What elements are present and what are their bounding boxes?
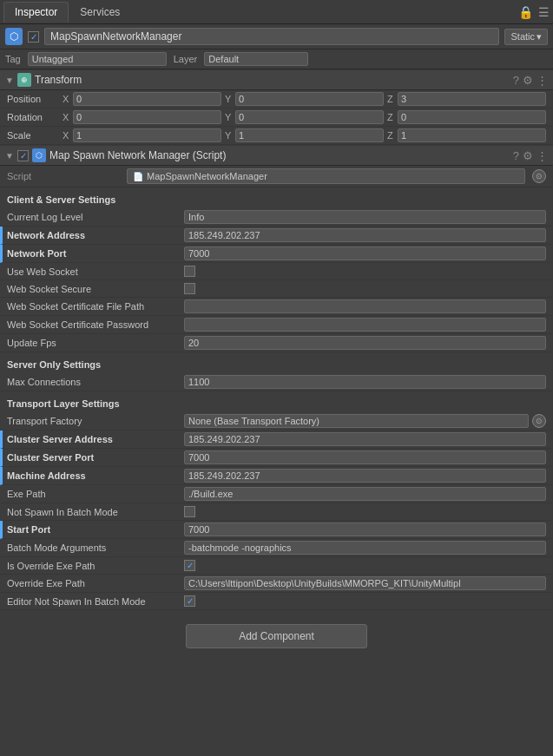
max-connections-row: Max Connections (0, 373, 553, 391)
component-title: Map Spawn Network Manager (Script) (49, 149, 510, 161)
script-target-icon[interactable]: ⊙ (532, 169, 546, 183)
rotation-y-input[interactable] (235, 110, 384, 124)
transform-fold-arrow: ▼ (5, 76, 14, 85)
layer-dropdown[interactable]: Default (204, 52, 308, 66)
scale-fields: X Y Z (63, 128, 546, 142)
transform-menu-icon[interactable]: ⋮ (537, 74, 548, 87)
scale-x-input[interactable] (73, 128, 221, 142)
update-fps-input[interactable] (184, 336, 546, 350)
transform-title: Transform (35, 74, 510, 86)
rotation-x-input[interactable] (73, 110, 221, 124)
web-socket-secure-row: Web Socket Secure (0, 280, 553, 298)
position-x-input[interactable] (73, 92, 221, 106)
override-exe-path-input[interactable] (184, 576, 546, 590)
web-socket-cert-pass-input[interactable] (184, 318, 546, 332)
cluster-server-port-label: Cluster Server Port (7, 452, 181, 463)
cluster-server-address-label: Cluster Server Address (7, 434, 181, 444)
transport-factory-target-icon[interactable]: ⊙ (532, 414, 546, 428)
use-web-socket-label: Use Web Socket (7, 266, 181, 277)
not-spawn-batch-label: Not Spawn In Batch Mode (7, 507, 181, 517)
transform-section-icons: ? ⚙ ⋮ (513, 74, 548, 87)
transform-section-icon: ⊕ (17, 73, 31, 87)
web-socket-secure-checkbox[interactable] (184, 283, 195, 294)
position-y-input[interactable] (235, 92, 384, 106)
use-web-socket-checkbox[interactable] (184, 266, 195, 277)
component-help-icon[interactable]: ? (513, 149, 519, 162)
log-level-dropdown[interactable]: Info (184, 210, 546, 224)
component-menu-icon[interactable]: ⋮ (537, 149, 548, 162)
override-exe-path-row: Override Exe Path (0, 575, 553, 593)
transport-factory-dropdown[interactable]: None (Base Transport Factory) (184, 414, 529, 428)
exe-path-label: Exe Path (7, 489, 181, 499)
transform-settings-icon[interactable]: ⚙ (523, 74, 533, 87)
rotation-y-field: Y (225, 110, 384, 124)
scale-row: Scale X Y Z (0, 127, 553, 145)
web-socket-cert-pass-row: Web Socket Certificate Password (0, 316, 553, 334)
network-address-row: Network Address (0, 227, 553, 245)
object-enabled-checkbox[interactable] (28, 31, 39, 43)
network-address-input[interactable] (184, 228, 546, 242)
transport-label: Transport Layer Settings (0, 391, 553, 412)
component-settings-icon[interactable]: ⚙ (523, 149, 533, 162)
max-connections-input[interactable] (184, 375, 546, 389)
scale-x-field: X (63, 128, 221, 142)
network-port-input[interactable] (184, 247, 546, 260)
scale-z-input[interactable] (398, 128, 546, 142)
batch-mode-args-input[interactable] (184, 541, 546, 555)
z-axis-label: Z (387, 94, 396, 104)
cluster-server-address-input[interactable] (184, 432, 546, 446)
component-section-header[interactable]: ▼ ⬡ Map Spawn Network Manager (Script) ?… (0, 145, 553, 166)
rotation-z-input[interactable] (398, 110, 546, 124)
network-port-row: Network Port (0, 245, 553, 263)
is-override-exe-row: Is Override Exe Path (0, 557, 553, 575)
network-port-label: Network Port (7, 248, 181, 259)
batch-mode-args-label: Batch Mode Arguments (7, 542, 181, 553)
tab-icons: 🔒 ☰ (518, 5, 550, 19)
rot-y-axis-label: Y (225, 112, 234, 122)
is-override-exe-checkbox[interactable] (184, 560, 195, 571)
tab-bar: Inspector Services 🔒 ☰ (0, 0, 553, 24)
rotation-x-field: X (63, 110, 221, 124)
object-name-input[interactable] (44, 28, 499, 45)
rotation-label: Rotation (7, 112, 59, 122)
start-port-row: Start Port (0, 521, 553, 539)
static-button[interactable]: Static ▾ (504, 29, 548, 45)
transform-section-header[interactable]: ▼ ⊕ Transform ? ⚙ ⋮ (0, 69, 553, 90)
add-component-button[interactable]: Add Component (186, 624, 367, 648)
editor-not-spawn-checkbox[interactable] (184, 595, 195, 607)
tab-inspector[interactable]: Inspector (3, 2, 69, 23)
web-socket-cert-path-input[interactable] (184, 299, 546, 313)
script-value: 📄 MapSpawnNetworkManager (127, 168, 525, 184)
override-exe-path-label: Override Exe Path (7, 578, 181, 588)
position-z-input[interactable] (398, 92, 546, 106)
component-section-icons: ? ⚙ ⋮ (513, 149, 548, 162)
tab-services[interactable]: Services (69, 2, 131, 23)
exe-path-input[interactable] (184, 487, 546, 501)
rotation-fields: X Y Z (63, 110, 546, 124)
menu-icon[interactable]: ☰ (538, 5, 550, 19)
web-socket-cert-path-row: Web Socket Certificate File Path (0, 298, 553, 316)
rotation-row: Rotation X Y Z (0, 108, 553, 127)
component-enabled-checkbox[interactable] (17, 150, 29, 161)
transform-body: Position X Y Z Rotation X Y (0, 90, 553, 145)
rot-z-axis-label: Z (387, 112, 396, 122)
transform-help-icon[interactable]: ? (513, 74, 519, 87)
start-port-input[interactable] (184, 523, 546, 536)
not-spawn-batch-checkbox[interactable] (184, 506, 195, 517)
client-server-label: Client & Server Settings (0, 187, 553, 208)
machine-address-input[interactable] (184, 469, 546, 483)
lock-icon[interactable]: 🔒 (518, 5, 533, 19)
scale-y-axis-label: Y (225, 130, 234, 141)
x-axis-label: X (63, 94, 71, 104)
start-port-label: Start Port (7, 524, 181, 535)
scale-z-axis-label: Z (387, 130, 396, 141)
web-socket-cert-path-label: Web Socket Certificate File Path (7, 301, 181, 312)
object-header: ⬡ Static ▾ (0, 24, 553, 49)
tag-dropdown[interactable]: Untagged (28, 52, 167, 66)
position-label: Position (7, 94, 59, 104)
update-fps-row: Update Fps (0, 334, 553, 352)
log-level-row: Current Log Level Info (0, 208, 553, 227)
scale-y-input[interactable] (235, 128, 384, 142)
rotation-z-field: Z (387, 110, 546, 124)
cluster-server-port-input[interactable] (184, 450, 546, 464)
